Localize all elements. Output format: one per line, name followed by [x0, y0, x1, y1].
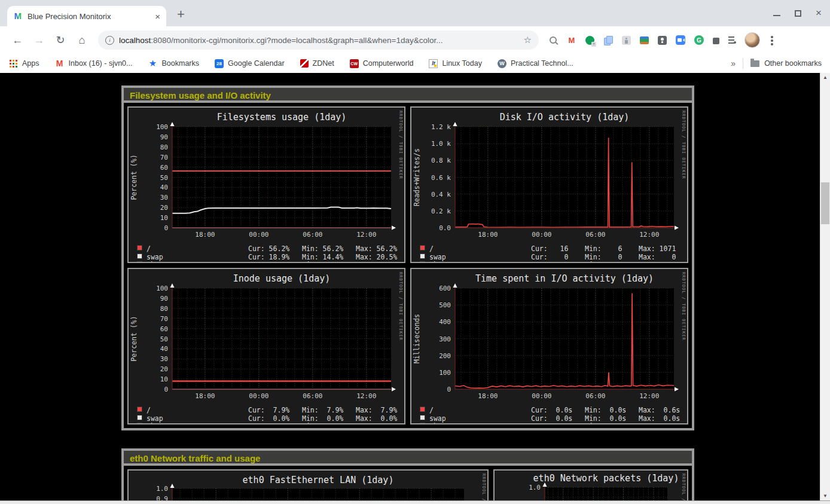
bookmarks-divider — [743, 58, 743, 69]
chart-title: Disk I/O activity (1day) — [500, 112, 630, 123]
legend-color-swatch — [420, 253, 425, 259]
legend-cur-value: Cur: 0.0% — [248, 414, 289, 423]
bookmarks-overflow-chevron[interactable]: » — [731, 59, 736, 68]
chart-canvas-filesystems-usage[interactable]: 100908070605040302010018:0000:0006:0012:… — [129, 108, 405, 240]
legend-cur-value: Cur: 18.9% — [248, 253, 289, 261]
x-tick-label: 06:00 — [585, 231, 605, 239]
minimize-button[interactable] — [773, 15, 780, 16]
y-tick-label: 60 — [160, 325, 168, 333]
voice-icon[interactable] — [585, 36, 594, 45]
profile-avatar[interactable] — [744, 32, 760, 48]
bookmark-zdnet[interactable]: ZDNet — [300, 59, 334, 68]
legend-series-name: /boot — [429, 422, 450, 424]
x-tick-label: 18:00 — [478, 231, 498, 239]
legend-min-value: Min: 0 — [585, 261, 622, 263]
browser-menu-icon[interactable] — [767, 35, 777, 45]
extensions-puzzle-icon[interactable] — [713, 38, 719, 44]
zoom-icon[interactable] — [676, 35, 685, 45]
legend-color-swatch — [420, 407, 425, 412]
bookmark-computerworld[interactable]: CWComputerworld — [350, 59, 414, 68]
bookmark-practical-technol-[interactable]: WPractical Technol... — [498, 59, 573, 68]
maximize-button[interactable] — [795, 10, 801, 17]
copy-icon[interactable] — [603, 35, 613, 45]
legend-max-value: Max: 0 — [639, 261, 676, 263]
legend-series-name: / — [147, 406, 151, 414]
bookmark-linux-today[interactable]: ltLinux Today — [429, 59, 482, 68]
zdnet-icon — [300, 59, 309, 68]
chart-filesystems-usage[interactable]: 100908070605040302010018:0000:0006:0012:… — [127, 106, 405, 263]
legend-min-value: Min: 0 — [585, 253, 622, 261]
legend-series-name: swap — [429, 414, 446, 423]
playlist-icon[interactable] — [728, 36, 736, 44]
x-axis-arrow-icon — [675, 387, 679, 392]
page-info-icon[interactable]: i — [105, 36, 114, 45]
tab-close-icon[interactable]: × — [155, 11, 160, 22]
url-text[interactable]: localhost:8080/monitorix-cgi/monitorix.c… — [119, 36, 519, 45]
legend-row: swapCur: 0.0%Min: 0.0%Max: 0.0% — [129, 414, 404, 423]
address-bar[interactable]: i localhost:8080/monitorix-cgi/monitorix… — [98, 30, 539, 50]
chart-time-spent-io[interactable]: 600500400300200100018:0000:0006:0012:00M… — [410, 268, 688, 424]
bookmark-label: Bookmarks — [162, 59, 200, 68]
x-tick-label: 12:00 — [639, 231, 659, 239]
chart-eth0-fastethernet-lan[interactable]: 1.00.9eth0 FastEthernet LAN (1day)RRDTOO… — [127, 469, 489, 500]
chart-eth0-network-packets[interactable]: 1.0s/seth0 Network packets (1day)RRDTOOL… — [493, 469, 688, 500]
search-icon[interactable] — [548, 35, 558, 45]
y-tick-label: 100 — [439, 369, 451, 377]
vertical-scrollbar[interactable]: ▲ ▼ — [820, 73, 830, 500]
legend-max-value: Max: 0.0s — [639, 422, 680, 424]
legend-color-swatch — [137, 261, 142, 263]
reload-button[interactable]: ↻ — [53, 33, 68, 47]
scrollbar-thumb[interactable] — [821, 182, 829, 224]
chart-legend: /Cur: 7.9%Min: 7.9%Max: 7.9%swapCur: 0.0… — [129, 406, 404, 424]
chart-canvas-time-spent-io[interactable]: 600500400300200100018:0000:0006:0012:00M… — [411, 269, 688, 402]
bookmark-google-calendar[interactable]: 28Google Calendar — [215, 59, 285, 68]
chart-canvas-disk-io-activity[interactable]: 1.2 k1.0 k0.8 k0.6 k0.4 k0.2 k0.018:0000… — [411, 108, 688, 240]
y-tick-label: 1.2 k — [431, 123, 451, 131]
bookmark-star-icon[interactable]: ☆ — [524, 35, 532, 45]
section-network: eth0 Network traffic and usage 1.00.9eth… — [121, 448, 694, 500]
gmail-icon[interactable]: M — [567, 35, 576, 45]
accessibility-icon[interactable] — [622, 36, 631, 45]
legend-min-value: Min: 56.2% — [302, 245, 343, 253]
bookmark-bookmarks[interactable]: ★Bookmarks — [148, 59, 200, 68]
chart-inode-usage[interactable]: 100908070605040302010018:0000:0006:0012:… — [127, 268, 405, 424]
scroll-up-icon[interactable]: ▲ — [820, 75, 830, 80]
new-tab-button[interactable]: + — [177, 7, 185, 22]
back-button[interactable]: ← — [10, 34, 25, 47]
y-tick-label: 0.0 — [439, 224, 451, 232]
window-close-button[interactable]: × — [816, 8, 822, 19]
window-controls: × — [773, 7, 822, 19]
legend-row: /bootCur: 0.0%Min: 0.0%Max: 0.0% — [129, 261, 404, 263]
legend-cur-value: Cur: 0 — [531, 253, 568, 261]
other-bookmarks-button[interactable]: Other bookmarks — [764, 59, 822, 68]
browser-tab[interactable]: M Blue Precision Monitorix × — [7, 6, 166, 26]
legend-min-value: Min: 0.0% — [302, 261, 343, 263]
rrdtool-watermark: RRDTOOL / TOBI OETIKER — [681, 272, 686, 341]
chart-title: eth0 FastEthernet LAN (1day) — [243, 475, 394, 485]
legend-cur-value: Cur: 0.0s — [531, 414, 572, 423]
chart-disk-io-activity[interactable]: 1.2 k1.0 k0.8 k0.6 k0.4 k0.2 k0.018:0000… — [410, 106, 688, 263]
bookmark-inbox-16-sjvn0-[interactable]: MInbox (16) - sjvn0... — [55, 59, 133, 68]
forward-button[interactable]: → — [31, 34, 47, 47]
legend-series-name: swap — [429, 253, 446, 261]
chart-canvas-inode-usage[interactable]: 100908070605040302010018:0000:0006:0012:… — [129, 269, 405, 402]
y-tick-label: 70 — [160, 154, 168, 161]
rrdtool-watermark: RRDTOOL / TOBI OETIKER — [398, 111, 403, 179]
legend-row: swapCur: 0.0sMin: 0.0sMax: 0.0s — [411, 414, 687, 423]
scroll-down-icon[interactable]: ▼ — [820, 493, 830, 499]
y-tick-label: 20 — [160, 204, 168, 212]
chart-title: Inode usage (1day) — [233, 273, 331, 284]
y-tick-label: 90 — [160, 295, 168, 303]
x-axis-arrow-icon — [392, 387, 396, 392]
bookmark-apps[interactable]: Apps — [8, 59, 39, 68]
grammarly-icon[interactable]: G — [694, 35, 704, 45]
legend-series-name: / — [147, 245, 151, 253]
chart-canvas-eth0-fastethernet-lan[interactable]: 1.00.9eth0 FastEthernet LAN (1day) — [129, 471, 485, 500]
home-button[interactable]: ⌂ — [74, 34, 90, 47]
chart-canvas-eth0-network-packets[interactable]: 1.0s/seth0 Network packets (1day) — [495, 471, 687, 500]
keep-icon[interactable] — [658, 36, 667, 45]
books-icon[interactable] — [640, 36, 649, 44]
x-tick-label: 18:00 — [195, 392, 215, 400]
legend-max-value: Max: 0.6s — [639, 406, 680, 414]
linux-today-icon: lt — [429, 59, 438, 68]
